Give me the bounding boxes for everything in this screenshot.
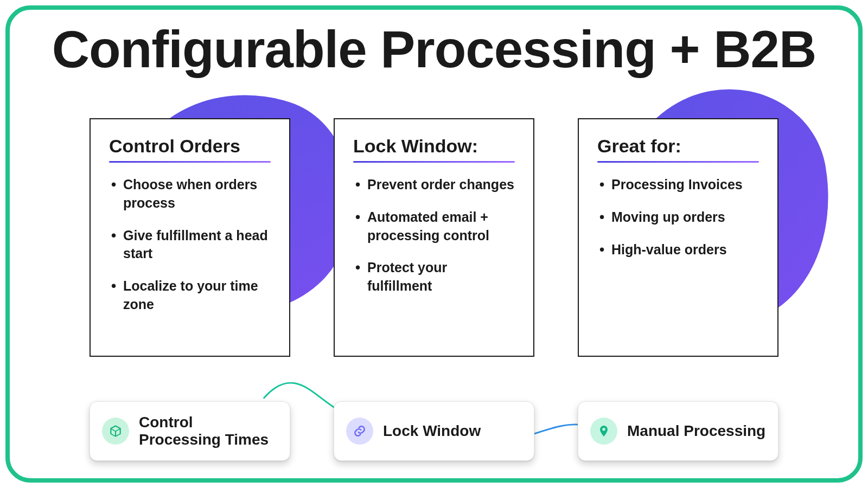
diagram-frame: Configurable Processing + B2B Control Or… xyxy=(5,5,863,483)
card-heading: Great for: xyxy=(597,136,759,157)
pill-row: Control Processing Times Lock Window Man… xyxy=(10,401,858,461)
list-item: Automated email + processing control xyxy=(355,208,515,245)
list-item: Protect your fulfillment xyxy=(355,259,515,296)
list-item: Prevent order changes xyxy=(355,176,515,194)
card-lock-window: Lock Window: Prevent order changes Autom… xyxy=(334,118,534,357)
link-icon xyxy=(346,418,373,445)
list-item: Give fulfillment a head start xyxy=(111,227,271,264)
card-great-for: Great for: Processing Invoices Moving up… xyxy=(578,118,778,357)
pill-label: Lock Window xyxy=(383,422,481,440)
box-icon xyxy=(102,418,129,445)
pin-icon xyxy=(590,418,617,445)
list-item: Moving up orders xyxy=(599,208,759,227)
card-list: Processing Invoices Moving up orders Hig… xyxy=(597,176,759,259)
page-title: Configurable Processing + B2B xyxy=(10,20,858,79)
card-heading: Control Orders xyxy=(109,136,271,157)
list-item: Choose when orders process xyxy=(111,176,271,213)
card-list: Choose when orders process Give fulfillm… xyxy=(109,176,271,314)
card-underline xyxy=(353,161,515,163)
list-item: High-value orders xyxy=(599,241,759,259)
card-underline xyxy=(109,161,271,163)
pill-label: Control Processing Times xyxy=(139,414,278,448)
list-item: Processing Invoices xyxy=(599,176,759,194)
pill-control-processing-times: Control Processing Times xyxy=(90,401,290,461)
card-list: Prevent order changes Automated email + … xyxy=(353,176,515,296)
card-row: Control Orders Choose when orders proces… xyxy=(10,118,858,357)
card-heading: Lock Window: xyxy=(353,136,515,157)
pill-manual-processing: Manual Processing xyxy=(578,401,778,461)
pill-lock-window: Lock Window xyxy=(334,401,534,461)
list-item: Localize to your time zone xyxy=(111,277,271,314)
card-control-orders: Control Orders Choose when orders proces… xyxy=(90,118,290,357)
card-underline xyxy=(597,161,759,163)
pill-label: Manual Processing xyxy=(627,422,765,440)
